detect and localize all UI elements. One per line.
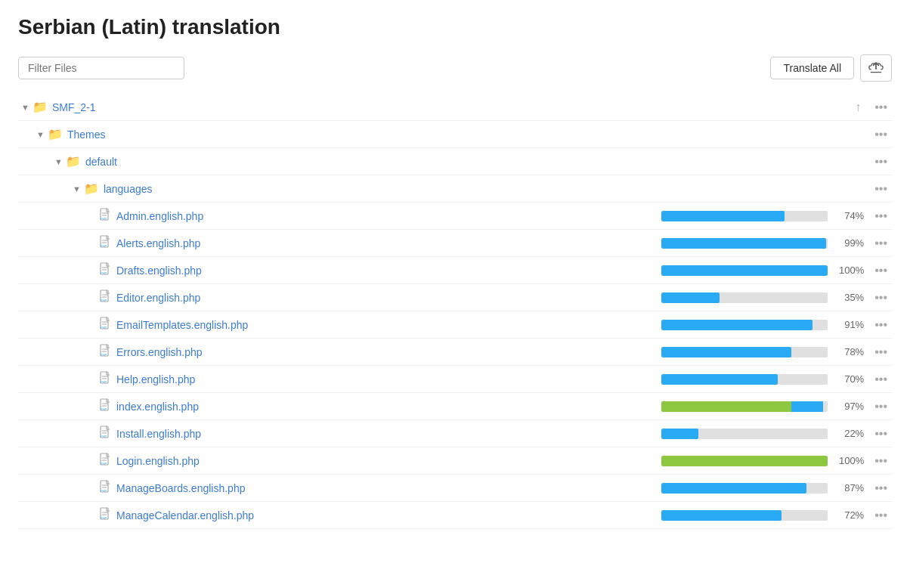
more-button-file[interactable]: •••: [870, 398, 892, 415]
svg-text:PHP: PHP: [101, 489, 107, 493]
svg-text:PHP: PHP: [101, 326, 107, 330]
progress-container: 87%: [661, 482, 864, 494]
page-container: Serbian (Latin) translation Translate Al…: [0, 0, 910, 544]
pct-label: 100%: [834, 265, 864, 276]
file-icon: PHP: [100, 344, 112, 360]
tree-row-file: PHP Errors.english.php 78% •••: [18, 339, 892, 366]
file-name[interactable]: Help.english.php: [116, 373, 195, 385]
file-rows-container: PHP Admin.english.php 74% ••• PHP: [18, 203, 892, 529]
more-button-default[interactable]: •••: [870, 153, 892, 170]
themes-folder-name[interactable]: Themes: [67, 128, 106, 141]
svg-text:PHP: PHP: [101, 217, 107, 221]
pct-label: 97%: [834, 401, 864, 412]
svg-text:PHP: PHP: [101, 435, 107, 438]
pct-label: 35%: [834, 292, 864, 303]
progress-container: 99%: [661, 237, 864, 249]
file-name[interactable]: EmailTemplates.english.php: [116, 319, 248, 331]
progress-container: 22%: [661, 428, 864, 439]
smf-folder-name[interactable]: SMF_2-1: [52, 101, 96, 113]
upload-icon: [868, 60, 884, 76]
translate-all-button[interactable]: Translate All: [770, 57, 854, 79]
progress-container: 70%: [661, 373, 864, 385]
more-button-file[interactable]: •••: [870, 480, 892, 497]
file-name[interactable]: Editor.english.php: [116, 292, 200, 304]
svg-text:PHP: PHP: [101, 516, 107, 520]
file-name[interactable]: Alerts.english.php: [116, 237, 200, 249]
file-icon: PHP: [100, 262, 112, 278]
chevron-smf[interactable]: ▼: [21, 103, 29, 112]
progress-container: 74%: [661, 210, 864, 221]
tree-row-smf: ▼ 📁 SMF_2-1 ↑ •••: [18, 94, 892, 121]
progress-container: 91%: [661, 319, 864, 330]
folder-icon-themes: 📁: [48, 127, 63, 141]
tree-row-themes: ▼ 📁 Themes •••: [18, 121, 892, 148]
file-icon: PHP: [100, 371, 112, 387]
file-name[interactable]: Drafts.english.php: [116, 265, 202, 277]
pct-label: 72%: [834, 509, 864, 521]
progress-container: 100%: [661, 265, 864, 276]
more-button-file[interactable]: •••: [870, 262, 892, 279]
toolbar-right: Translate All: [770, 54, 892, 82]
tree-row-file: PHP Login.english.php 100% •••: [18, 447, 892, 475]
pct-label: 99%: [834, 237, 864, 249]
more-button-themes[interactable]: •••: [870, 126, 892, 143]
svg-text:PHP: PHP: [101, 462, 107, 466]
file-tree: ▼ 📁 SMF_2-1 ↑ ••• ▼ 📁 Themes ••• ▼: [18, 94, 892, 529]
toolbar: Translate All: [18, 54, 892, 82]
more-button-file[interactable]: •••: [870, 289, 892, 306]
default-folder-name[interactable]: default: [85, 156, 117, 168]
pct-label: 74%: [834, 210, 864, 221]
languages-folder-name[interactable]: languages: [104, 183, 153, 195]
chevron-themes[interactable]: ▼: [36, 130, 45, 139]
chevron-languages[interactable]: ▼: [73, 184, 81, 193]
progress-container: 78%: [661, 346, 864, 357]
file-icon: PHP: [100, 398, 112, 414]
pct-label: 22%: [834, 428, 864, 439]
folder-icon-default: 📁: [66, 154, 81, 169]
more-button-file[interactable]: •••: [870, 235, 892, 252]
pct-label: 78%: [834, 346, 864, 357]
tree-row-languages: ▼ 📁 languages •••: [18, 175, 892, 203]
tree-row-file: PHP EmailTemplates.english.php 91% •••: [18, 311, 892, 339]
upload-button[interactable]: [860, 54, 892, 82]
progress-container: 100%: [661, 455, 864, 466]
svg-text:PHP: PHP: [101, 407, 107, 411]
file-name[interactable]: index.english.php: [116, 401, 199, 413]
svg-text:PHP: PHP: [101, 353, 107, 357]
progress-container: 72%: [661, 509, 864, 521]
more-button-file[interactable]: •••: [870, 371, 892, 388]
file-icon: PHP: [100, 235, 112, 251]
tree-row-file: PHP ManageBoards.english.php 87% •••: [18, 475, 892, 502]
pct-label: 100%: [834, 455, 864, 466]
tree-row-file: PHP Install.english.php 22% •••: [18, 420, 892, 447]
filter-input[interactable]: [18, 57, 184, 79]
file-name[interactable]: Errors.english.php: [116, 346, 203, 358]
pct-label: 91%: [834, 319, 864, 330]
more-button-file[interactable]: •••: [870, 426, 892, 442]
svg-text:PHP: PHP: [101, 271, 107, 275]
file-name[interactable]: Login.english.php: [116, 455, 200, 467]
more-button-file[interactable]: •••: [870, 507, 892, 524]
file-icon: PHP: [100, 289, 112, 305]
file-name[interactable]: Install.english.php: [116, 428, 201, 440]
tree-row-default: ▼ 📁 default •••: [18, 148, 892, 175]
up-button-smf[interactable]: ↑: [850, 99, 865, 116]
more-button-file[interactable]: •••: [870, 344, 892, 361]
more-button-languages[interactable]: •••: [870, 181, 892, 197]
folder-icon-languages: 📁: [84, 181, 99, 196]
chevron-default[interactable]: ▼: [54, 157, 63, 166]
progress-container: 97%: [661, 401, 864, 412]
page-title: Serbian (Latin) translation: [18, 15, 892, 39]
file-name[interactable]: Admin.english.php: [116, 210, 203, 222]
file-icon: PHP: [100, 507, 112, 523]
file-name[interactable]: ManageCalendar.english.php: [116, 509, 254, 521]
tree-row-file: PHP Admin.english.php 74% •••: [18, 203, 892, 230]
folder-icon-smf: 📁: [32, 100, 48, 114]
file-name[interactable]: ManageBoards.english.php: [116, 482, 245, 494]
svg-text:PHP: PHP: [101, 299, 107, 302]
file-icon: PHP: [100, 317, 112, 333]
more-button-smf[interactable]: •••: [870, 99, 892, 116]
more-button-file[interactable]: •••: [870, 208, 892, 224]
more-button-file[interactable]: •••: [870, 453, 892, 469]
more-button-file[interactable]: •••: [870, 317, 892, 333]
